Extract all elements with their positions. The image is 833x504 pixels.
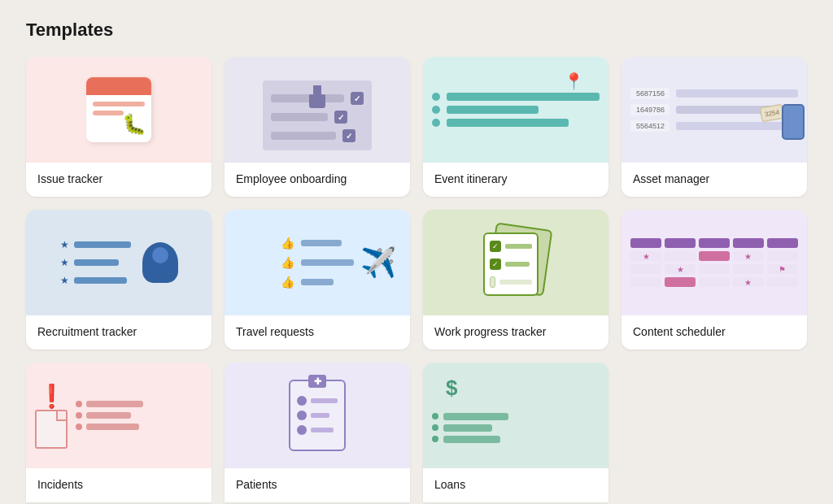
check-icon: ✓: [334, 111, 347, 124]
card-label-patients: Patients: [225, 468, 410, 502]
checkbox-empty-icon: [490, 276, 495, 288]
card-asset-manager[interactable]: 5687156 1649786 5564512 3254 Asset manag…: [621, 57, 807, 197]
incidents-visual: ❗: [35, 383, 202, 449]
asset-number-1: 5687156: [630, 88, 669, 99]
card-label-asset-manager: Asset manager: [621, 163, 807, 197]
card-incidents[interactable]: ❗: [26, 363, 212, 502]
person-avatar-icon: [142, 242, 178, 283]
work-board-icon: ✓ ✓: [483, 226, 548, 299]
dollar-sign-icon: $: [446, 376, 457, 401]
card-label-recruitment-tracker: Recruitment tracker: [26, 315, 212, 350]
travel-visual: 👍 👍 👍: [281, 237, 354, 289]
document-icon: [35, 410, 68, 449]
person-icon: [297, 411, 307, 420]
medical-cross-icon: ✚: [314, 376, 321, 387]
card-label-issue-tracker: Issue tracker: [26, 163, 212, 197]
templates-grid: 🐛 Issue tracker ✓ ✓: [26, 57, 807, 502]
star-icon: ★: [60, 239, 69, 250]
flag-icon: ⚑: [778, 265, 786, 274]
card-thumb-work: ✓ ✓: [423, 210, 608, 315]
patients-clipboard-icon: ✚: [289, 380, 346, 451]
card-label-work-progress-tracker: Work progress tracker: [423, 315, 608, 350]
thumbsup-icon: 👍: [281, 256, 294, 269]
card-thumb-issue: 🐛: [26, 57, 212, 163]
content-calendar-icon: ★ ★ ★ ⚑ ★: [630, 238, 797, 287]
card-label-travel-requests: Travel requests: [225, 315, 410, 350]
card-thumb-patients: ✚: [225, 363, 410, 468]
issue-calendar-icon: 🐛: [86, 77, 151, 142]
card-label-loans: Loans: [423, 468, 608, 502]
card-content-scheduler[interactable]: ★ ★ ★ ⚑ ★: [621, 210, 807, 350]
asset-manager-visual: 5687156 1649786 5564512 3254: [630, 88, 797, 132]
star-icon: ★: [643, 252, 650, 261]
card-thumb-employee: ✓ ✓ ✓: [225, 57, 410, 163]
card-label-event-itinerary: Event itinerary: [423, 163, 608, 197]
card-label-incidents: Incidents: [26, 468, 212, 502]
star-icon: ★: [744, 278, 752, 287]
card-thumb-asset: 5687156 1649786 5564512 3254: [621, 57, 807, 163]
phone-icon: [782, 104, 805, 140]
card-issue-tracker[interactable]: 🐛 Issue tracker: [26, 57, 212, 197]
asset-number-2: 1649786: [630, 104, 669, 115]
bug-icon: 🐛: [122, 113, 146, 136]
card-patients[interactable]: ✚ Patients: [225, 363, 410, 502]
asset-tag: 3254: [759, 104, 784, 123]
star-icon: ★: [60, 275, 69, 286]
checkbox-icon: ✓: [490, 241, 501, 252]
card-work-progress-tracker[interactable]: ✓ ✓ Work progress tracker: [423, 210, 608, 350]
location-pin-icon: 📍: [564, 72, 584, 91]
card-thumb-travel: 👍 👍 👍 ✈️: [225, 210, 410, 315]
card-loans[interactable]: $ Loans: [423, 363, 608, 502]
star-icon: ★: [677, 265, 684, 274]
thumbsup-icon: 👍: [281, 237, 294, 250]
card-event-itinerary[interactable]: 📍 Event itinerary: [423, 57, 608, 197]
recruitment-visual: ★ ★ ★: [60, 239, 178, 286]
check-icon: ✓: [351, 92, 364, 105]
person-icon: [297, 425, 307, 435]
card-travel-requests[interactable]: 👍 👍 👍 ✈️ Travel requests: [225, 210, 410, 350]
page-title: Templates: [26, 20, 807, 41]
card-thumb-content: ★ ★ ★ ⚑ ★: [621, 210, 807, 315]
card-label-employee-onboarding: Employee onboarding: [225, 163, 410, 197]
card-thumb-loans: $: [423, 363, 608, 468]
person-icon: [297, 396, 307, 406]
loans-visual: $: [432, 389, 599, 443]
clipboard-clip-icon: ✚: [308, 375, 326, 388]
airplane-icon: ✈️: [360, 245, 397, 280]
thumbsup-icon: 👍: [281, 276, 294, 289]
exclamation-icon: ❗: [37, 383, 66, 410]
card-employee-onboarding[interactable]: ✓ ✓ ✓ Employee onboarding: [225, 57, 410, 197]
card-recruitment-tracker[interactable]: ★ ★ ★ Recruitment tracker: [26, 210, 212, 350]
event-itinerary-visual: [432, 93, 599, 127]
card-thumb-recruit: ★ ★ ★: [26, 210, 212, 315]
asset-number-3: 5564512: [630, 120, 669, 132]
star-icon: ★: [60, 257, 69, 268]
check-icon: ✓: [342, 129, 355, 142]
checkbox-icon: ✓: [490, 259, 501, 270]
star-icon: ★: [744, 252, 752, 261]
card-thumb-incidents: ❗: [26, 363, 212, 468]
card-label-content-scheduler: Content scheduler: [621, 315, 807, 350]
card-thumb-event: 📍: [423, 57, 608, 163]
